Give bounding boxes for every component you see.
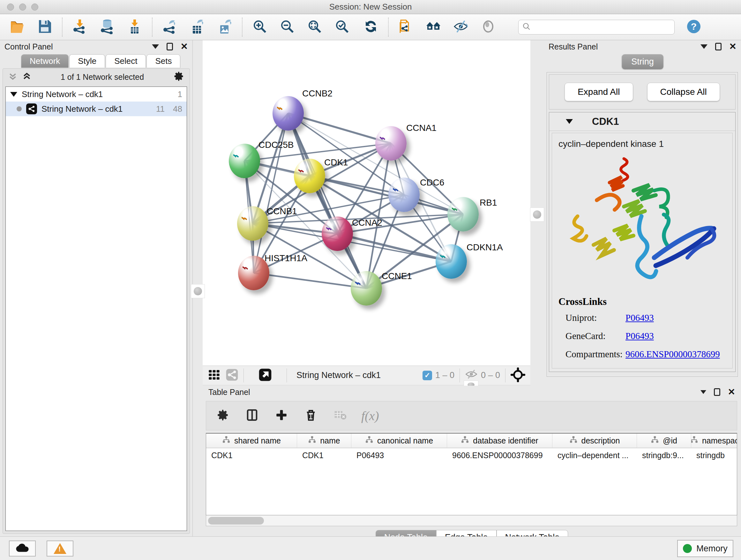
delete-table-button[interactable] — [332, 408, 348, 424]
export-image-button[interactable] — [216, 19, 233, 36]
zoom-selected-button[interactable] — [334, 19, 350, 36]
crosslink-link[interactable]: P06493 — [625, 331, 654, 341]
node-CCNE1[interactable] — [351, 271, 382, 306]
column-header-name[interactable]: name — [297, 434, 351, 448]
table-row[interactable]: CDK1CDK1P064939606.ENSP00000378699cyclin… — [206, 448, 737, 463]
tab-sets[interactable]: Sets — [146, 54, 180, 68]
column-header-namespace[interactable]: namespace — [691, 434, 737, 448]
edge-CCNB2-HIST1H1A[interactable] — [254, 113, 288, 273]
control-panel-float-icon[interactable] — [166, 43, 173, 51]
memory-button[interactable]: Memory — [677, 540, 733, 557]
expand-all-tree-icon[interactable] — [22, 71, 31, 82]
minimize-window-button[interactable] — [19, 3, 26, 10]
gear-icon[interactable] — [173, 71, 185, 83]
node-table[interactable]: shared namenamecanonical namedatabase id… — [206, 433, 737, 515]
birdseye-view-icon[interactable] — [259, 368, 272, 383]
node-CCNA2[interactable] — [322, 216, 353, 251]
left-splitter-handle[interactable] — [191, 284, 205, 298]
close-window-button[interactable] — [7, 3, 14, 10]
control-panel-close-icon[interactable]: ✕ — [181, 42, 188, 51]
column-header-database-identifier[interactable]: database identifier — [447, 434, 552, 448]
table-cell[interactable]: CDK1 — [297, 448, 351, 463]
table-panel-close-icon[interactable]: ✕ — [728, 388, 735, 396]
table-cell[interactable]: cyclin–dependent ... — [552, 448, 637, 463]
table-cell[interactable]: CDK1 — [206, 448, 297, 463]
network-canvas[interactable]: CCNB2CCNA1CDC25BCDK1CDC6RB1CCNB1CCNA2CDK… — [203, 40, 530, 366]
column-header-canonical-name[interactable]: canonical name — [351, 434, 447, 448]
results-panel-float-icon[interactable] — [715, 43, 722, 51]
search-input[interactable] — [533, 23, 670, 32]
column-header-shared-name[interactable]: shared name — [206, 434, 297, 448]
node-CDKN1A[interactable] — [435, 244, 467, 279]
collapse-all-button[interactable]: Collapse All — [647, 83, 720, 101]
edge-HIST1H1A-CCNE1[interactable] — [254, 273, 366, 288]
protein-structure-image — [558, 152, 731, 290]
node-CCNB1[interactable] — [237, 206, 268, 241]
collapse-gene-icon[interactable] — [566, 119, 573, 124]
delete-column-button[interactable] — [302, 408, 319, 424]
first-neighbors-button[interactable] — [425, 19, 442, 36]
network-collection-row[interactable]: String Network – cdk1 1 — [6, 87, 187, 102]
crosslink-link[interactable]: P06493 — [625, 313, 654, 323]
right-splitter-handle[interactable] — [530, 207, 544, 222]
tab-style[interactable]: Style — [69, 54, 105, 68]
table-hscrollbar[interactable] — [206, 515, 737, 526]
network-share-view-icon[interactable] — [226, 368, 239, 382]
open-session-button[interactable] — [9, 19, 25, 36]
grid-view-icon[interactable] — [208, 368, 220, 382]
crosslink-row: GeneCard:P06493 — [558, 331, 726, 341]
save-session-button[interactable] — [37, 19, 53, 36]
new-network-from-file-button[interactable] — [398, 19, 414, 36]
table-cell[interactable]: stringdb:9... — [637, 448, 691, 463]
crosslink-link[interactable]: 9606.ENSP00000378699 — [625, 367, 720, 368]
results-panel-menu-icon[interactable] — [700, 44, 708, 49]
import-network-file-button[interactable] — [71, 19, 88, 36]
create-column-button[interactable] — [273, 408, 290, 424]
maximize-window-button[interactable] — [31, 3, 38, 10]
import-network-database-button[interactable] — [99, 19, 116, 36]
function-builder-button[interactable]: f(x) — [361, 408, 379, 423]
node-CCNA1[interactable] — [375, 126, 407, 161]
zoom-in-button[interactable] — [252, 19, 268, 36]
table-panel-float-icon[interactable] — [714, 388, 720, 396]
crosslink-row: Compartments:9606.ENSP00000378699 — [558, 349, 726, 360]
selected-checkbox-icon[interactable]: ✓ — [422, 371, 432, 380]
node-CDK1[interactable] — [294, 159, 325, 193]
zoom-fit-button[interactable] — [307, 19, 323, 36]
crosslink-link[interactable]: 9606.ENSP00000378699 — [625, 349, 720, 360]
zoom-out-button[interactable] — [279, 19, 295, 36]
table-cell[interactable]: 9606.ENSP00000378699 — [447, 448, 552, 463]
export-network-button[interactable] — [161, 19, 178, 36]
tab-network[interactable]: Network — [21, 54, 69, 68]
help-button[interactable]: ? — [685, 19, 702, 36]
collapse-collection-icon[interactable] — [10, 92, 17, 97]
network-row[interactable]: String Network – cdk1 11 48 — [6, 102, 187, 116]
table-cell[interactable]: stringdb — [691, 448, 737, 463]
table-panel-menu-icon[interactable] — [700, 390, 706, 394]
node-CDC6[interactable] — [388, 178, 420, 212]
node-CCNB2[interactable] — [273, 96, 304, 131]
export-table-button[interactable] — [189, 19, 205, 36]
collapse-all-tree-icon[interactable] — [8, 71, 17, 82]
refresh-button[interactable] — [362, 19, 379, 36]
column-header-@id[interactable]: @id — [637, 434, 691, 448]
node-CDC25B[interactable] — [229, 144, 260, 178]
warning-status-button[interactable] — [47, 541, 73, 557]
import-table-button[interactable] — [126, 19, 143, 36]
cloud-status-button[interactable] — [9, 541, 36, 557]
expand-all-button[interactable]: Expand All — [564, 83, 633, 101]
control-panel-menu-icon[interactable] — [152, 44, 159, 49]
tab-string[interactable]: String — [622, 54, 664, 69]
results-panel-close-icon[interactable]: ✕ — [729, 42, 737, 51]
column-header-description[interactable]: description — [552, 434, 637, 448]
toolbar-search[interactable] — [518, 20, 675, 35]
show-columns-button[interactable] — [244, 408, 260, 424]
table-cell[interactable]: P06493 — [351, 448, 447, 463]
crosshair-icon[interactable] — [511, 368, 525, 383]
table-settings-button[interactable] — [214, 408, 231, 424]
node-RB1[interactable] — [448, 197, 479, 232]
hide-selected-button[interactable] — [453, 19, 469, 36]
show-all-button[interactable] — [480, 19, 496, 36]
tab-select[interactable]: Select — [106, 54, 146, 68]
table-hscrollbar-thumb[interactable] — [208, 517, 264, 524]
